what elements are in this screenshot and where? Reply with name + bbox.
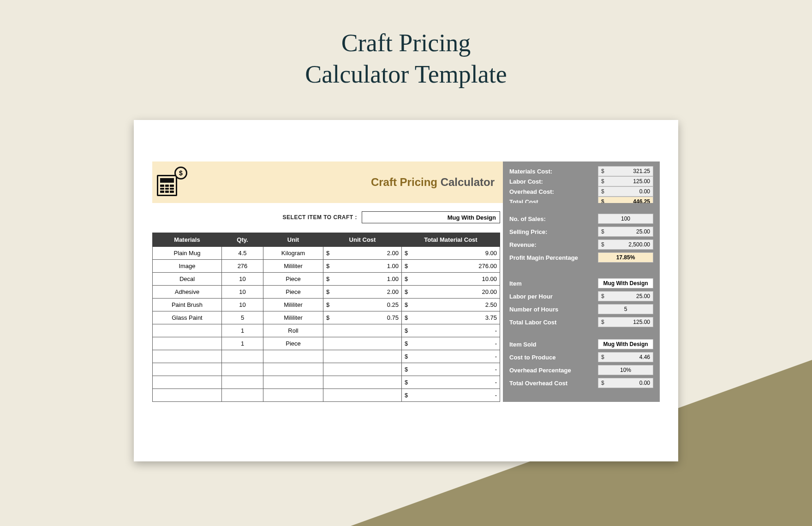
summary-value[interactable]: 17.85% xyxy=(598,252,653,263)
cell[interactable]: 1 xyxy=(222,324,263,337)
cell[interactable]: Mililiter xyxy=(263,299,323,311)
summary-value[interactable]: $25.00 xyxy=(598,291,653,301)
cell-total[interactable]: $- xyxy=(402,337,500,350)
summary-value[interactable]: $2,500.00 xyxy=(598,239,653,250)
table-row: Plain Mug4.5Kilogram$2.00$9.00 xyxy=(153,247,500,260)
summary-label: Number of Hours xyxy=(509,306,558,313)
col-unit-cost: Unit Cost xyxy=(323,233,402,247)
cell[interactable]: 10 xyxy=(222,286,263,299)
summary-value[interactable]: 100 xyxy=(598,214,653,224)
summary-value[interactable]: $25.00 xyxy=(598,227,653,237)
cell[interactable] xyxy=(153,337,222,350)
cell[interactable] xyxy=(153,363,222,376)
cell[interactable]: Paint Brush xyxy=(153,299,222,311)
table-row: $- xyxy=(153,350,500,363)
cell[interactable]: Kilogram xyxy=(263,247,323,260)
col-unit: Unit xyxy=(263,233,323,247)
cost-summary-panel: Materials Cost:$321.25Labor Cost:$125.00… xyxy=(503,161,660,203)
cell-total[interactable]: $- xyxy=(402,350,500,363)
cell[interactable]: Decal xyxy=(153,273,222,286)
summary-value[interactable]: $321.25 xyxy=(598,166,653,176)
cell-unit-cost[interactable]: $1.00 xyxy=(323,260,402,273)
cell-total[interactable]: $- xyxy=(402,363,500,376)
cell-total[interactable]: $276.00 xyxy=(402,260,500,273)
summary-value[interactable]: Mug With Design xyxy=(598,278,653,288)
cell-unit-cost[interactable] xyxy=(323,389,402,402)
summary-value[interactable]: 10% xyxy=(598,365,653,375)
summary-label: Labor Cost: xyxy=(509,178,543,185)
summary-value[interactable]: 5 xyxy=(598,304,653,314)
summary-label: Overhead Cost: xyxy=(509,188,554,195)
cell-total[interactable]: $9.00 xyxy=(402,247,500,260)
cell-unit-cost[interactable]: $1.00 xyxy=(323,273,402,286)
cell[interactable] xyxy=(263,376,323,389)
summary-label: Item xyxy=(509,280,522,287)
cell-unit-cost[interactable] xyxy=(323,337,402,350)
cell[interactable]: 276 xyxy=(222,260,263,273)
cell[interactable] xyxy=(263,350,323,363)
cell-unit-cost[interactable] xyxy=(323,350,402,363)
cell[interactable]: Mililiter xyxy=(263,260,323,273)
cell-total[interactable]: $2.50 xyxy=(402,299,500,311)
cell[interactable]: Plain Mug xyxy=(153,247,222,260)
cell[interactable] xyxy=(263,363,323,376)
summary-row: Overhead Cost:$0.00 xyxy=(509,186,653,197)
cell-unit-cost[interactable]: $2.00 xyxy=(323,247,402,260)
summary-value[interactable]: $0.00 xyxy=(598,186,653,197)
cell-unit-cost[interactable]: $0.25 xyxy=(323,299,402,311)
summary-row: Overhead Percentage10% xyxy=(509,364,653,377)
table-row: Paint Brush10Mililiter$0.25$2.50 xyxy=(153,299,500,311)
cell-total[interactable]: $- xyxy=(402,324,500,337)
cell[interactable] xyxy=(222,363,263,376)
cell[interactable] xyxy=(153,350,222,363)
cell-total[interactable]: $- xyxy=(402,376,500,389)
summary-label: Total Overhead Cost xyxy=(509,380,567,387)
cell[interactable] xyxy=(263,389,323,402)
cell[interactable] xyxy=(222,376,263,389)
summary-row: Labor per Hour$25.00 xyxy=(509,290,653,303)
summary-row: Labor Cost:$125.00 xyxy=(509,176,653,186)
cell-total[interactable]: $3.75 xyxy=(402,311,500,324)
cell[interactable]: Piece xyxy=(263,286,323,299)
cell-unit-cost[interactable]: $2.00 xyxy=(323,286,402,299)
cell[interactable]: Image xyxy=(153,260,222,273)
cell[interactable] xyxy=(153,376,222,389)
cell[interactable] xyxy=(222,350,263,363)
cell-unit-cost[interactable] xyxy=(323,363,402,376)
cell[interactable]: 10 xyxy=(222,273,263,286)
cell[interactable]: 4.5 xyxy=(222,247,263,260)
summary-value[interactable]: Mug With Design xyxy=(598,339,653,349)
select-label: SELECT ITEM TO CRAFT : xyxy=(283,214,357,221)
cell[interactable]: 10 xyxy=(222,299,263,311)
cell[interactable] xyxy=(153,324,222,337)
cell[interactable]: Roll xyxy=(263,324,323,337)
cell-total[interactable]: $- xyxy=(402,389,500,402)
summary-label: Materials Cost: xyxy=(509,168,552,175)
table-row: Decal10Piece$1.00$10.00 xyxy=(153,273,500,286)
summary-value[interactable]: $125.00 xyxy=(598,317,653,327)
cell[interactable]: 1 xyxy=(222,337,263,350)
cell[interactable]: Adhesive xyxy=(153,286,222,299)
cell-unit-cost[interactable] xyxy=(323,324,402,337)
summary-row: Selling Price:$25.00 xyxy=(509,225,653,238)
select-item-dropdown[interactable]: Mug With Design xyxy=(362,211,500,223)
summary-value[interactable]: $0.00 xyxy=(598,378,653,388)
cell-total[interactable]: $10.00 xyxy=(402,273,500,286)
cell[interactable]: 5 xyxy=(222,311,263,324)
cell[interactable]: Glass Paint xyxy=(153,311,222,324)
details-panel: No. of Sales:100Selling Price:$25.00Reve… xyxy=(503,203,660,402)
summary-label: No. of Sales: xyxy=(509,215,546,222)
cell-unit-cost[interactable] xyxy=(323,376,402,389)
materials-table: Materials Qty. Unit Unit Cost Total Mate… xyxy=(152,233,500,402)
cell[interactable]: Piece xyxy=(263,273,323,286)
cell[interactable] xyxy=(222,389,263,402)
cell[interactable]: Piece xyxy=(263,337,323,350)
cell-unit-cost[interactable]: $0.75 xyxy=(323,311,402,324)
summary-value[interactable]: $125.00 xyxy=(598,176,653,186)
cell-total[interactable]: $20.00 xyxy=(402,286,500,299)
cell[interactable] xyxy=(153,389,222,402)
summary-value[interactable]: $4.46 xyxy=(598,352,653,362)
template-card: $ Craft Pricing Calculator Materials Cos… xyxy=(134,120,678,461)
table-row: Image276Mililiter$1.00$276.00 xyxy=(153,260,500,273)
cell[interactable]: Mililiter xyxy=(263,311,323,324)
